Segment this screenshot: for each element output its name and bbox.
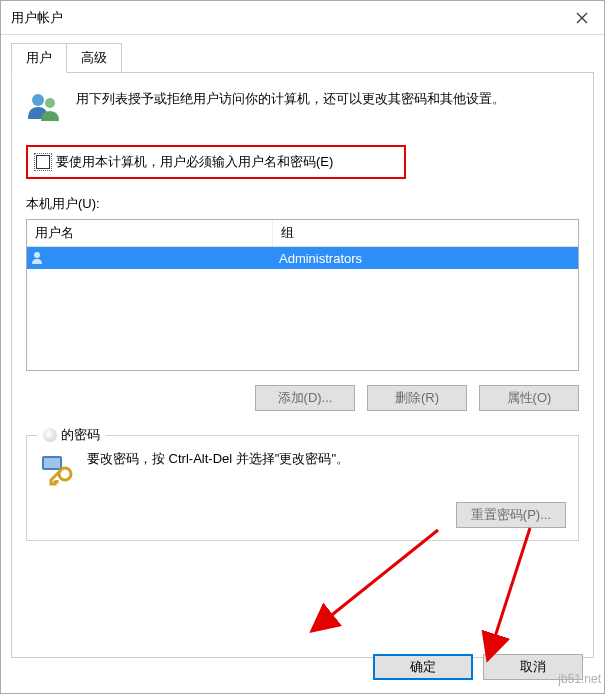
intro-text: 用下列表授予或拒绝用户访问你的计算机，还可以更改其密码和其他设置。 bbox=[76, 89, 505, 125]
svg-point-5 bbox=[59, 468, 71, 480]
svg-point-0 bbox=[32, 94, 44, 106]
password-fieldset: 的密码 要改密码，按 Ctrl-Alt-Del 并选择"更改密码"。 重置密码(… bbox=[26, 435, 579, 541]
reset-password-button[interactable]: 重置密码(P)... bbox=[456, 502, 566, 528]
tab-panel-users: 用下列表授予或拒绝用户访问你的计算机，还可以更改其密码和其他设置。 要使用本计算… bbox=[11, 72, 594, 658]
properties-button[interactable]: 属性(O) bbox=[479, 385, 579, 411]
column-header-username[interactable]: 用户名 bbox=[27, 220, 273, 246]
user-accounts-dialog: 用户帐户 用户 高级 用下列表授予或拒绝用户访问你的计算机，还可以更改其密码和其… bbox=[0, 0, 605, 694]
add-user-button[interactable]: 添加(D)... bbox=[255, 385, 355, 411]
window-title: 用户帐户 bbox=[11, 9, 63, 27]
password-legend-text: 的密码 bbox=[61, 426, 100, 444]
require-login-row: 要使用本计算机，用户必须输入用户名和密码(E) bbox=[26, 145, 406, 179]
svg-rect-4 bbox=[44, 458, 60, 468]
users-listbox[interactable]: 用户名 组 Administrators bbox=[26, 219, 579, 371]
users-list-label: 本机用户(U): bbox=[26, 195, 579, 213]
ok-button[interactable]: 确定 bbox=[373, 654, 473, 680]
close-button[interactable] bbox=[560, 1, 604, 34]
listbox-header: 用户名 组 bbox=[27, 220, 578, 247]
password-instruction-text: 要改密码，按 Ctrl-Alt-Del 并选择"更改密码"。 bbox=[87, 450, 349, 468]
password-row: 要改密码，按 Ctrl-Alt-Del 并选择"更改密码"。 bbox=[39, 450, 566, 486]
intro-row: 用下列表授予或拒绝用户访问你的计算机，还可以更改其密码和其他设置。 bbox=[26, 89, 579, 125]
svg-point-1 bbox=[45, 98, 55, 108]
close-icon bbox=[576, 12, 588, 24]
legend-icon bbox=[43, 428, 57, 442]
column-header-group[interactable]: 组 bbox=[273, 220, 578, 246]
tab-users[interactable]: 用户 bbox=[11, 43, 67, 73]
user-row-group: Administrators bbox=[273, 251, 578, 266]
user-row[interactable]: Administrators bbox=[27, 247, 578, 269]
remove-user-button[interactable]: 删除(R) bbox=[367, 385, 467, 411]
password-legend: 的密码 bbox=[37, 426, 106, 444]
cancel-button[interactable]: 取消 bbox=[483, 654, 583, 680]
user-row-icon bbox=[27, 251, 47, 265]
reset-row: 重置密码(P)... bbox=[39, 502, 566, 528]
titlebar: 用户帐户 bbox=[1, 1, 604, 35]
users-icon bbox=[26, 89, 62, 125]
require-login-checkbox[interactable] bbox=[36, 155, 50, 169]
tab-strip: 用户 高级 bbox=[11, 43, 604, 73]
svg-point-2 bbox=[34, 252, 40, 258]
list-buttons: 添加(D)... 删除(R) 属性(O) bbox=[26, 385, 579, 411]
dialog-footer: 确定 取消 bbox=[373, 654, 583, 680]
require-login-label: 要使用本计算机，用户必须输入用户名和密码(E) bbox=[56, 153, 333, 171]
key-icon bbox=[39, 450, 75, 486]
tab-advanced[interactable]: 高级 bbox=[66, 43, 122, 73]
